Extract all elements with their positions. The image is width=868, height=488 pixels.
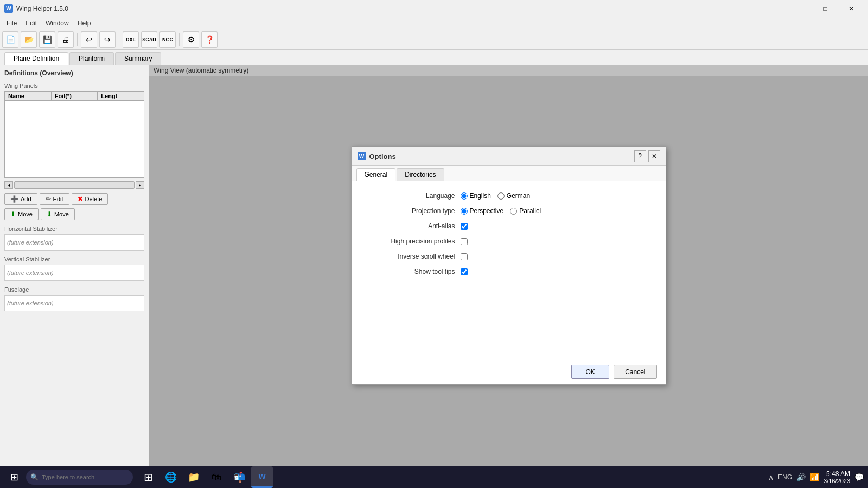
- move-down-button[interactable]: ⬇ Move: [41, 208, 75, 220]
- language-german-radio[interactable]: [497, 192, 505, 200]
- toolbar: 📄 📂 💾 🖨 ↩ ↪ DXF SCAD NGC ⚙ ❓: [0, 29, 868, 50]
- taskbar-explorer-button[interactable]: 📁: [183, 466, 205, 488]
- projection-perspective-radio[interactable]: [461, 208, 468, 215]
- show-tooltips-check[interactable]: [461, 268, 468, 275]
- language-german-label: German: [507, 192, 530, 200]
- add-button[interactable]: ➕ Add: [4, 193, 37, 205]
- modal-overlay: W Options ? ✕ General Directories: [149, 65, 868, 466]
- projection-parallel-label: Parallel: [519, 207, 541, 215]
- volume-icon: 🔊: [796, 473, 806, 481]
- wing-view: Wing View (automatic symmetry) W Options…: [149, 65, 868, 466]
- print-button[interactable]: 🖨: [58, 31, 74, 48]
- modal-help-button[interactable]: ?: [634, 150, 646, 162]
- modal-body: Language English German: [352, 181, 666, 359]
- projection-perspective-option[interactable]: Perspective: [461, 207, 504, 215]
- title-bar: W Wing Helper 1.5.0 ─ □ ✕: [0, 0, 868, 17]
- inverse-scroll-checkbox[interactable]: [461, 253, 468, 260]
- scroll-left-button[interactable]: ◂: [4, 181, 13, 189]
- maximize-button[interactable]: □: [813, 0, 838, 17]
- taskbar-mail-button[interactable]: 📬: [228, 466, 250, 488]
- tab-planform[interactable]: Planform: [69, 52, 114, 65]
- toolbar-separator-1: [77, 33, 78, 46]
- tab-summary[interactable]: Summary: [115, 52, 161, 65]
- taskbar-time: 5:48 AM 3/16/2023: [824, 470, 850, 484]
- tab-plane-definition[interactable]: Plane Definition: [4, 52, 68, 65]
- language-label: Language: [368, 192, 455, 200]
- app-icon: W: [4, 4, 13, 13]
- open-button[interactable]: 📂: [21, 31, 37, 48]
- col-name: Name: [5, 92, 52, 100]
- show-tooltips-checkbox[interactable]: [461, 268, 468, 275]
- minimize-button[interactable]: ─: [787, 0, 812, 17]
- move-down-label: Move: [54, 211, 69, 217]
- high-precision-check[interactable]: [461, 238, 468, 245]
- add-icon: ➕: [10, 195, 18, 203]
- menu-window[interactable]: Window: [41, 18, 73, 28]
- new-button[interactable]: 📄: [2, 31, 18, 48]
- settings-button[interactable]: ⚙: [183, 31, 199, 48]
- taskbar-winghelper-button[interactable]: W: [251, 466, 273, 488]
- vert-stab-group: (future extension): [4, 265, 144, 281]
- fuselage-group: (future extension): [4, 295, 144, 311]
- menu-bar: File Edit Window Help: [0, 17, 868, 29]
- anti-alias-check[interactable]: [461, 223, 468, 230]
- anti-alias-row: Anti-alias: [368, 222, 649, 230]
- horizontal-scrollbar[interactable]: [14, 181, 135, 189]
- high-precision-checkbox[interactable]: [461, 238, 468, 245]
- search-bar[interactable]: 🔍: [26, 470, 133, 485]
- language-english-radio[interactable]: [461, 192, 468, 200]
- taskbar-right: ∧ ENG 🔊 📶 5:48 AM 3/16/2023 💬: [768, 470, 864, 484]
- dxf-button[interactable]: DXF: [123, 31, 139, 48]
- language-english-option[interactable]: English: [461, 192, 491, 200]
- redo-button[interactable]: ↪: [99, 31, 116, 48]
- edit-button[interactable]: ✏ Edit: [40, 193, 69, 205]
- cancel-button[interactable]: Cancel: [614, 365, 656, 379]
- modal-tab-directories[interactable]: Directories: [397, 168, 444, 181]
- projection-row: Projection type Perspective Parallel: [368, 207, 649, 215]
- panel-action-row-2: ⬆ Move ⬇ Move: [4, 208, 144, 220]
- projection-parallel-radio[interactable]: [510, 208, 517, 215]
- inverse-scroll-row: Inverse scroll wheel: [368, 253, 649, 260]
- menu-file[interactable]: File: [2, 18, 21, 28]
- toolbar-separator-3: [179, 33, 180, 46]
- col-foil: Foil(*): [52, 92, 98, 100]
- horiz-stab-placeholder: (future extension): [7, 237, 142, 248]
- horiz-stab-group: (future extension): [4, 234, 144, 251]
- scroll-right-button[interactable]: ▸: [136, 181, 144, 189]
- save-button[interactable]: 💾: [39, 31, 55, 48]
- taskbar-windows-button[interactable]: ⊞: [137, 466, 159, 488]
- move-up-button[interactable]: ⬆ Move: [4, 208, 39, 220]
- language-english-label: English: [470, 192, 491, 200]
- projection-label: Projection type: [368, 207, 455, 215]
- start-button[interactable]: ⊞: [4, 467, 24, 487]
- menu-help[interactable]: Help: [73, 18, 95, 28]
- modal-tab-general[interactable]: General: [356, 168, 396, 181]
- help-button[interactable]: ❓: [201, 31, 218, 48]
- modal-close-button[interactable]: ✕: [648, 150, 660, 162]
- network-icon: 📶: [810, 473, 819, 481]
- taskbar-store-button[interactable]: 🛍: [206, 466, 227, 488]
- high-precision-row: High precision profiles: [368, 237, 649, 245]
- menu-edit[interactable]: Edit: [21, 18, 41, 28]
- notification-icon[interactable]: 💬: [854, 473, 864, 481]
- ngc-button[interactable]: NGC: [159, 31, 176, 48]
- scad-button[interactable]: SCAD: [141, 31, 157, 48]
- search-input[interactable]: [42, 474, 129, 480]
- wing-panels-table[interactable]: Name Foil(*) Lengt: [4, 91, 144, 178]
- delete-button[interactable]: ✖ Delete: [72, 193, 108, 205]
- vert-stab-placeholder: (future extension): [7, 267, 142, 278]
- scrollbar-area: ◂ ▸: [4, 181, 144, 189]
- undo-button[interactable]: ↩: [81, 31, 97, 48]
- anti-alias-label: Anti-alias: [368, 222, 455, 230]
- projection-parallel-option[interactable]: Parallel: [510, 207, 541, 215]
- inverse-scroll-check[interactable]: [461, 253, 468, 260]
- anti-alias-checkbox[interactable]: [461, 223, 468, 230]
- taskbar-edge-button[interactable]: 🌐: [160, 466, 182, 488]
- language-german-option[interactable]: German: [497, 192, 530, 200]
- language-indicator: ENG: [778, 473, 792, 481]
- ok-button[interactable]: OK: [571, 365, 609, 379]
- close-button[interactable]: ✕: [839, 0, 864, 17]
- language-row: Language English German: [368, 192, 649, 200]
- fuselage-placeholder: (future extension): [7, 298, 142, 309]
- modal-tabs: General Directories: [352, 166, 666, 181]
